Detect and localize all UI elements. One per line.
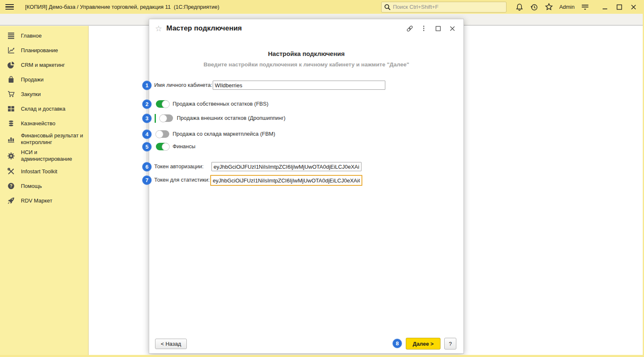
step-badge-6: 6 <box>142 162 152 172</box>
app-title: [КОПИЯ] Демо-база / Управление торговлей… <box>25 4 219 10</box>
sidebar-item-sklad[interactable]: Склад и доставка <box>0 101 88 116</box>
shopping-cart-icon <box>7 91 15 98</box>
planning-chart-icon <box>7 47 15 54</box>
step-badge-4: 4 <box>142 129 152 139</box>
finances-toggle[interactable] <box>156 143 169 150</box>
dropshipping-toggle[interactable] <box>160 114 173 122</box>
auth-token-label: Токен авторизации: <box>154 163 204 170</box>
sidebar-item-finrezultat[interactable]: Финансовый результат и контроллинг <box>0 131 88 147</box>
sidebar-item-label: НСИ и администрирование <box>21 149 86 162</box>
svg-text:?: ? <box>10 183 12 188</box>
history-icon[interactable] <box>529 2 540 13</box>
pie-chart-icon <box>7 61 15 69</box>
sidebar-item-zakupki[interactable]: Закупки <box>0 87 88 101</box>
sidebar-item-label: Infostart Toolkit <box>21 168 57 175</box>
main-hamburger-icon[interactable] <box>4 3 15 12</box>
fbm-toggle-label: Продажа со склада маркетплейса (FBM) <box>173 131 275 137</box>
step-badge-1: 1 <box>142 81 152 90</box>
step-badge-7: 7 <box>142 175 152 185</box>
window-maximize-button[interactable] <box>613 2 626 13</box>
main-menu-icon <box>7 32 15 40</box>
focus-marker <box>155 114 156 123</box>
finances-toggle-label: Финансы <box>173 143 196 149</box>
step-badge-5: 5 <box>142 142 152 152</box>
sidebar-item-kaznacheystvo[interactable]: Казначейство <box>0 116 88 131</box>
sidebar-item-label: RDV Маркет <box>21 197 52 204</box>
sidebar-item-label: Склад и доставка <box>21 106 66 112</box>
coins-icon <box>7 120 15 127</box>
back-button[interactable]: < Назад <box>155 339 187 349</box>
favorites-star-icon[interactable] <box>543 2 554 13</box>
sidebar-item-crm[interactable]: CRM и маркетинг <box>0 58 88 72</box>
search-icon <box>384 4 391 10</box>
gear-icon <box>7 152 15 160</box>
sidebar-item-label: Планирование <box>21 47 58 54</box>
step-badge-8: 8 <box>392 339 402 348</box>
dropshipping-toggle-label: Продажа внешних остатков (Дропшиппинг) <box>177 115 285 121</box>
help-button[interactable]: ? <box>444 338 456 349</box>
sidebar-item-label: Продажи <box>21 76 43 83</box>
sidebar-item-label: Главное <box>21 33 42 39</box>
sidebar-item-glavnoe[interactable]: Главное <box>0 28 88 43</box>
sidebar-item-planirovanie[interactable]: Планирование <box>0 43 88 58</box>
stats-token-input[interactable] <box>210 175 362 186</box>
fbs-toggle[interactable] <box>156 100 169 108</box>
fbs-toggle-label: Продажа собственных остатков (FBS) <box>173 101 268 107</box>
shopping-bag-icon <box>7 76 15 84</box>
sidebar-item-nsi[interactable]: НСИ и администрирование <box>0 147 88 164</box>
sidebar-item-label: Помощь <box>21 183 42 190</box>
wizard-heading: Настройка подключения <box>149 50 463 57</box>
connection-wizard-dialog: ☆ Мастер подключения Настройка подключен… <box>149 19 464 354</box>
global-search[interactable] <box>381 2 507 13</box>
next-button[interactable]: Далее > <box>406 338 440 349</box>
wizard-subtitle: Введите настройки подключения к личному … <box>149 61 463 68</box>
sidebar-item-label: Закупки <box>21 91 41 98</box>
cabinet-name-input[interactable] <box>213 81 385 90</box>
help-icon: ? <box>7 182 15 190</box>
window-minimize-button[interactable] <box>599 2 611 13</box>
bar-chart-icon <box>7 135 15 143</box>
warehouse-grid-icon <box>7 105 15 113</box>
sidebar: Главное Планирование CRM и маркетинг Про… <box>0 26 89 357</box>
step-badge-2: 2 <box>142 99 152 109</box>
sidebar-item-rdv-market[interactable]: RDV Маркет <box>0 193 88 208</box>
stats-token-label: Токен для статистики: <box>154 177 210 183</box>
fbm-toggle[interactable] <box>156 130 169 138</box>
step-badge-3: 3 <box>142 114 152 123</box>
sidebar-item-pomosch[interactable]: ? Помощь <box>0 179 88 193</box>
auth-token-input[interactable] <box>211 162 361 171</box>
notifications-bell-icon[interactable] <box>514 2 525 13</box>
user-menu[interactable]: Admin <box>558 4 576 10</box>
window-frame-bottom <box>0 355 644 357</box>
sidebar-item-label: Финансовый результат и контроллинг <box>21 132 86 146</box>
cabinet-name-label: Имя личного кабинета: <box>154 82 212 88</box>
sidebar-item-infostart[interactable]: Infostart Toolkit <box>0 164 88 179</box>
service-menu-icon[interactable] <box>580 2 591 13</box>
sidebar-item-label: CRM и маркетинг <box>21 62 65 68</box>
sidebar-item-prodazhi[interactable]: Продажи <box>0 72 88 87</box>
sidebar-item-label: Казначейство <box>21 120 55 127</box>
tools-icon <box>7 168 15 175</box>
topbar: [КОПИЯ] Демо-база / Управление торговлей… <box>0 0 644 14</box>
rocket-icon <box>7 197 15 205</box>
search-input[interactable] <box>393 4 504 10</box>
window-close-button[interactable] <box>627 2 640 13</box>
